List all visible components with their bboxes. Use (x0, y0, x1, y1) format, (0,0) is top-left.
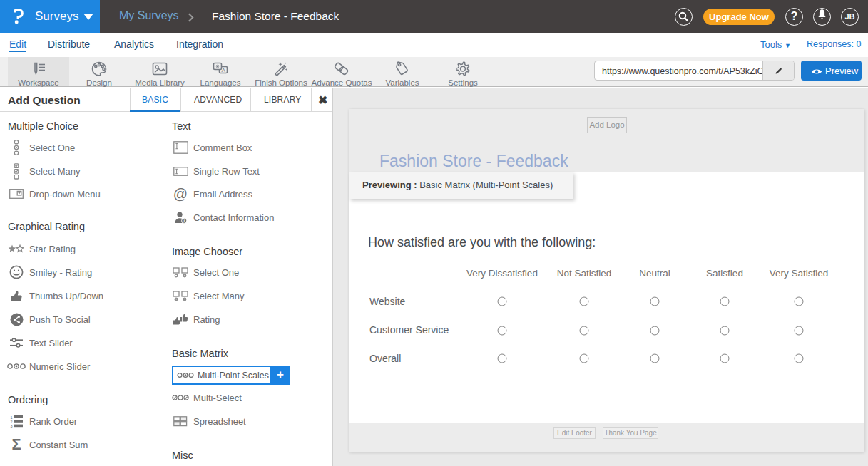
svg-text:3: 3 (11, 424, 13, 428)
svg-text:1: 1 (11, 415, 13, 420)
svg-text:A: A (222, 67, 226, 73)
